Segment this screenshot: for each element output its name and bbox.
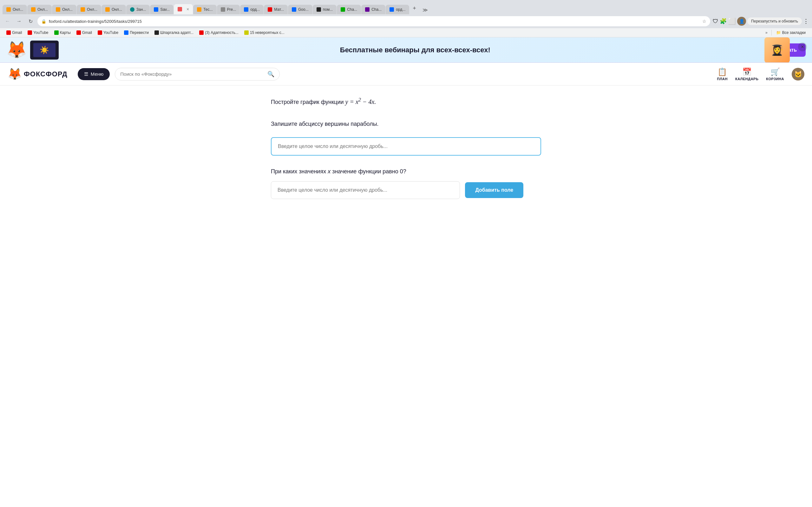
bookmark-gmail-1-label: Gmail <box>12 31 22 35</box>
task-section-2: При каких значениях x значение функции р… <box>271 168 541 199</box>
question-text-2: При каких значениях x значение функции р… <box>271 168 541 175</box>
tab-favicon-10 <box>221 7 225 12</box>
bookmark-15-favicon <box>244 31 249 35</box>
bookmark-shpargalka[interactable]: Шпаргалка адапт... <box>152 30 196 36</box>
header-actions: 📋 ПЛАН 📅 КАЛЕНДАРЬ 🛒 КОРЗИНА 🐱 <box>717 67 805 81</box>
new-tab-button[interactable]: + <box>409 3 419 14</box>
tab-favicon-17 <box>390 7 394 12</box>
tab-favicon-16 <box>365 7 369 12</box>
bookmark-star-icon[interactable]: ☆ <box>702 19 706 24</box>
bookmark-youtube-1[interactable]: YouTube <box>25 30 51 36</box>
tab-12[interactable]: Мат... <box>264 5 288 14</box>
tab-favicon-6 <box>130 7 135 12</box>
tab-11[interactable]: орд... <box>240 5 264 14</box>
bookmark-shpargalka-label: Шпаргалка адапт... <box>160 31 194 35</box>
ad-close-button[interactable]: × <box>798 43 807 51</box>
address-box[interactable]: 🔒 foxford.ru/attestation-trainings/52005… <box>38 16 710 26</box>
calendar-label: КАЛЕНДАРЬ <box>735 77 758 81</box>
site-header: 🦊 ФОКСФОРД ☰ Меню 🔍 📋 ПЛАН 📅 КАЛЕНДАРЬ 🛒… <box>0 63 812 86</box>
tab-label-16: Cha... <box>371 7 382 12</box>
question-part-2: значение функции равно 0? <box>332 168 406 175</box>
task-sub-section: Запишите абсциссу вершины параболы. <box>271 119 541 156</box>
cart-action[interactable]: 🛒 КОРЗИНА <box>766 67 784 81</box>
search-input[interactable] <box>120 71 264 77</box>
tab-label-13: Goo... <box>298 7 309 12</box>
math-formula: y = x2 − 4x. <box>345 98 376 105</box>
sidebar-icon[interactable]: ⬜ <box>728 17 736 25</box>
ad-fox-emoji: 🦊 <box>6 40 27 60</box>
bookmark-gmail-2[interactable]: Gmail <box>74 30 95 36</box>
tab-1[interactable]: Онл... <box>3 5 27 14</box>
tab-8-active[interactable]: × <box>174 4 193 14</box>
tab-4[interactable]: Онл... <box>77 5 101 14</box>
calendar-action[interactable]: 📅 КАЛЕНДАРЬ <box>735 67 758 81</box>
tab-9[interactable]: Тес... <box>193 5 216 14</box>
bookmark-youtube-2[interactable]: YouTube <box>95 30 121 36</box>
reload-button[interactable]: ↻ <box>26 17 35 26</box>
tab-13[interactable]: Goo... <box>288 5 312 14</box>
bookmarks-all-folder[interactable]: 📁 Все закладки <box>774 30 808 36</box>
input-row-2: Добавить поле <box>271 181 541 199</box>
tab-15[interactable]: Cha... <box>337 5 361 14</box>
logo-text: ФОКСФОРД <box>24 70 67 78</box>
ad-banner: 🦊 ☀️ Бесплатные вебинары для всех-всех-в… <box>0 38 812 63</box>
tab-16[interactable]: Cha... <box>361 5 386 14</box>
function-zero-input[interactable] <box>271 181 460 199</box>
question-x-italic: x <box>328 168 331 175</box>
tab-favicon-11 <box>244 7 248 12</box>
bookmark-adaptivity[interactable]: (3) Адаптивность... <box>197 30 241 36</box>
search-icon[interactable]: 🔍 <box>267 71 274 78</box>
shield-extension-icon[interactable]: 🛡 <box>713 18 718 25</box>
tab-6[interactable]: Зан... <box>126 5 150 14</box>
tab-label-3: Онл... <box>62 7 72 12</box>
more-options-icon[interactable]: ⋮ <box>803 18 809 25</box>
puzzle-extension-icon[interactable]: 🧩 <box>720 18 727 25</box>
main-content: Постройте график функции y = x2 − 4x. За… <box>263 86 549 222</box>
folder-icon: 📁 <box>776 31 781 35</box>
search-bar[interactable]: 🔍 <box>115 68 280 80</box>
tab-label-1: Онл... <box>13 7 23 12</box>
tab-14[interactable]: пом... <box>313 5 337 14</box>
bookmarks-overflow-button[interactable]: » <box>763 30 769 36</box>
bookmark-youtube-1-label: YouTube <box>33 31 48 35</box>
back-button[interactable]: ← <box>3 17 12 26</box>
tab-label-4: Онл... <box>87 7 97 12</box>
tab-17[interactable]: орд... <box>386 5 409 14</box>
tab-label-15: Cha... <box>347 7 357 12</box>
tab-favicon-7 <box>154 7 158 12</box>
tab-5[interactable]: Онл... <box>101 5 126 14</box>
task-instruction: Постройте график функции y = x2 − 4x. <box>271 96 541 107</box>
sub-question-text: Запишите абсциссу вершины параболы. <box>271 119 541 129</box>
close-tab-icon[interactable]: × <box>187 7 189 12</box>
bookmark-translate[interactable]: Перевести <box>121 30 151 36</box>
menu-button[interactable]: ☰ Меню <box>78 68 110 80</box>
add-field-button[interactable]: Добавить поле <box>465 182 523 198</box>
tab-favicon-3 <box>56 7 60 12</box>
bookmarks-separator <box>771 30 772 36</box>
restart-update-button[interactable]: Перезапустить и обновить <box>747 17 802 25</box>
ad-sun-icon: ☀️ <box>40 46 49 55</box>
profile-avatar[interactable]: 👤 <box>737 17 746 26</box>
bookmark-translate-favicon <box>124 31 129 35</box>
plan-label: ПЛАН <box>717 77 728 81</box>
bookmark-maps-favicon <box>54 31 59 35</box>
tab-2[interactable]: Онл... <box>27 5 52 14</box>
user-avatar[interactable]: 🐱 <box>792 68 804 80</box>
more-tabs-button[interactable]: ≫ <box>421 5 430 14</box>
bookmark-maps-label: Карты <box>60 31 71 35</box>
bookmark-gmail-1[interactable]: Gmail <box>4 30 24 36</box>
tab-7[interactable]: Sav... <box>150 5 173 14</box>
tab-label-5: Онл... <box>112 7 122 12</box>
ad-banner-text: Бесплатные вебинары для всех-всех-всех! <box>65 46 765 54</box>
parabola-vertex-input[interactable] <box>271 137 541 156</box>
logo-area[interactable]: 🦊 ФОКСФОРД <box>8 67 67 81</box>
bookmark-maps[interactable]: Карты <box>52 30 73 36</box>
tab-10[interactable]: Pre... <box>217 5 240 14</box>
plan-action[interactable]: 📋 ПЛАН <box>717 67 728 81</box>
tab-favicon-4 <box>81 7 85 12</box>
tab-3[interactable]: Онл... <box>52 5 77 14</box>
bookmark-youtube-2-favicon <box>98 31 102 35</box>
bookmark-15[interactable]: 15 невероятных с... <box>242 30 287 36</box>
tab-label-10: Pre... <box>227 7 236 12</box>
forward-button[interactable]: → <box>14 17 23 26</box>
